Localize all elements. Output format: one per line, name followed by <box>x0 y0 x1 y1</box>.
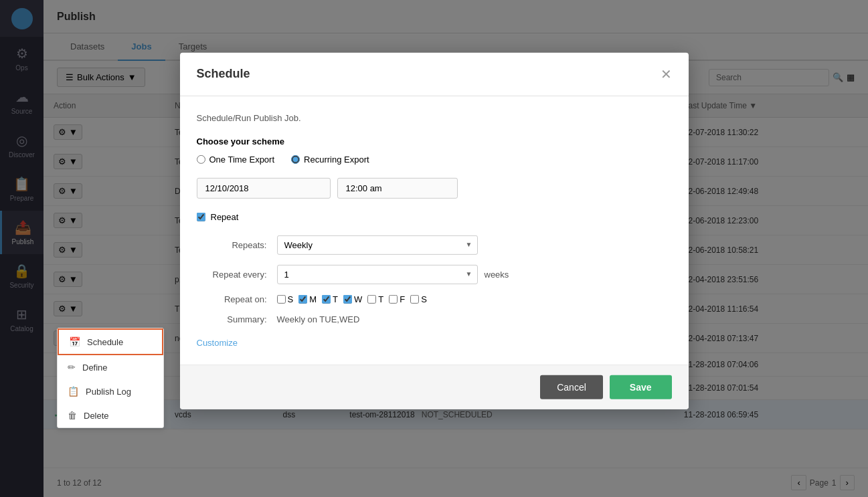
modal-subtitle: Schedule/Run Publish Job. <box>197 112 672 122</box>
day-sunday1-label: S <box>288 294 294 304</box>
one-time-label: One Time Export <box>209 154 275 164</box>
day-wednesday-label: W <box>354 294 362 304</box>
day-thursday-checkbox[interactable] <box>367 294 376 303</box>
one-time-radio[interactable] <box>197 155 205 163</box>
day-monday-checkbox[interactable] <box>298 294 307 303</box>
repeats-select[interactable]: Weekly Daily Monthly <box>277 235 478 254</box>
trash-icon: 🗑 <box>68 410 77 421</box>
date-time-row <box>197 177 672 198</box>
day-tuesday[interactable]: T <box>322 294 338 304</box>
repeat-on-label: Repeat on: <box>197 294 277 304</box>
day-saturday-checkbox[interactable] <box>410 294 419 303</box>
calendar-icon: 📅 <box>69 336 80 347</box>
summary-value: Weekly on TUE,WED <box>277 314 360 324</box>
repeat-every-select[interactable]: 1 2 3 <box>277 264 478 284</box>
repeat-every-label: Repeat every: <box>197 269 277 279</box>
modal-body: Schedule/Run Publish Job. Choose your sc… <box>180 96 689 364</box>
repeat-label: Repeat <box>211 211 239 221</box>
repeat-checkbox[interactable] <box>197 212 205 221</box>
modal-close-button[interactable]: ✕ <box>661 66 672 82</box>
dropdown-item-delete[interactable]: 🗑 Delete <box>58 403 163 427</box>
modal-title: Schedule <box>197 67 250 81</box>
repeat-every-select-wrapper: 1 2 3 <box>277 264 478 284</box>
date-input[interactable] <box>197 177 331 198</box>
cancel-button[interactable]: Cancel <box>540 375 603 399</box>
time-input[interactable] <box>337 177 458 198</box>
repeat-checkbox-row: Repeat <box>197 211 672 221</box>
dropdown-schedule-label: Schedule <box>87 337 123 347</box>
day-sunday1-checkbox[interactable] <box>277 294 286 303</box>
customize-link[interactable]: Customize <box>197 337 238 347</box>
dropdown-publish-log-label: Publish Log <box>86 387 131 397</box>
dropdown-item-publish-log[interactable]: 📋 Publish Log <box>58 379 163 403</box>
day-wednesday-checkbox[interactable] <box>343 294 352 303</box>
repeat-on-row: Repeat on: S M T W <box>197 294 672 304</box>
modal-header: Schedule ✕ <box>180 52 689 96</box>
day-monday[interactable]: M <box>298 294 317 304</box>
scheme-radio-group: One Time Export Recurring Export <box>197 154 672 164</box>
day-saturday-label: S <box>421 294 427 304</box>
summary-label: Summary: <box>197 314 277 324</box>
dropdown-item-schedule[interactable]: 📅 Schedule <box>58 328 163 355</box>
recurring-radio[interactable] <box>291 155 300 163</box>
recurring-option[interactable]: Recurring Export <box>291 154 369 164</box>
day-tuesday-checkbox[interactable] <box>322 294 331 303</box>
summary-row: Summary: Weekly on TUE,WED <box>197 314 672 324</box>
dropdown-item-define[interactable]: ✏ Define <box>58 355 163 379</box>
schedule-modal: Schedule ✕ Schedule/Run Publish Job. Cho… <box>180 52 689 409</box>
pencil-icon: ✏ <box>68 362 76 373</box>
day-thursday[interactable]: T <box>367 294 383 304</box>
dropdown-define-label: Define <box>82 363 108 373</box>
repeat-every-row: Repeat every: 1 2 3 weeks <box>197 264 672 284</box>
scheme-label: Choose your scheme <box>197 136 672 146</box>
day-monday-label: M <box>309 294 317 304</box>
repeats-label: Repeats: <box>197 239 277 250</box>
recurring-label: Recurring Export <box>304 154 369 164</box>
day-sunday1[interactable]: S <box>277 294 294 304</box>
save-button[interactable]: Save <box>610 375 672 399</box>
day-saturday[interactable]: S <box>410 294 427 304</box>
day-friday[interactable]: F <box>389 294 405 304</box>
repeats-select-wrapper: Weekly Daily Monthly <box>277 235 478 254</box>
one-time-option[interactable]: One Time Export <box>197 154 275 164</box>
dropdown-delete-label: Delete <box>84 411 109 421</box>
modal-footer: Cancel Save <box>180 364 689 409</box>
day-thursday-label: T <box>378 294 383 304</box>
context-dropdown: 📅 Schedule ✏ Define 📋 Publish Log 🗑 Dele… <box>57 328 164 428</box>
weeks-label: weeks <box>485 269 509 279</box>
days-row: S M T W T <box>277 294 427 304</box>
day-wednesday[interactable]: W <box>343 294 362 304</box>
day-friday-label: F <box>400 294 405 304</box>
log-icon: 📋 <box>68 386 79 397</box>
day-friday-checkbox[interactable] <box>389 294 398 303</box>
day-tuesday-label: T <box>333 294 338 304</box>
repeats-row: Repeats: Weekly Daily Monthly <box>197 235 672 254</box>
